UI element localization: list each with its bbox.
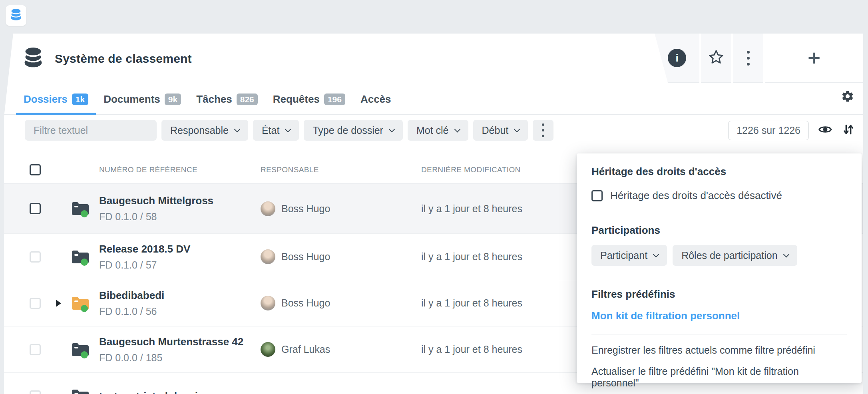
dropdown-label: Participant bbox=[600, 250, 647, 261]
gear-icon bbox=[841, 98, 854, 104]
tab-badge: 1k bbox=[72, 94, 88, 105]
responsible-name: Boss Hugo bbox=[281, 297, 330, 309]
status-dot-green bbox=[81, 351, 88, 358]
kebab-icon bbox=[542, 123, 544, 137]
tab-acces[interactable]: Accès bbox=[353, 84, 399, 114]
dossier-title[interactable]: Baugesuch Mittelgross bbox=[99, 195, 257, 207]
column-header-reference[interactable]: NUMÉRO DE RÉFÉRENCE bbox=[99, 165, 257, 174]
tab-label: Accès bbox=[360, 93, 391, 105]
chevron-down-icon bbox=[653, 251, 659, 257]
add-button[interactable]: + bbox=[765, 34, 863, 83]
status-dot-green bbox=[81, 210, 88, 217]
access-inheritance-checkbox[interactable] bbox=[591, 190, 603, 201]
tab-requetes[interactable]: Requêtes 196 bbox=[265, 84, 353, 114]
section-heading-presets: Filtres prédéfinis bbox=[591, 288, 847, 300]
more-filters-button[interactable] bbox=[533, 120, 553, 141]
chevron-down-icon bbox=[285, 126, 291, 132]
filter-responsable[interactable]: Responsable bbox=[161, 120, 248, 141]
row-checkbox[interactable] bbox=[30, 203, 41, 214]
visibility-button[interactable] bbox=[818, 122, 833, 139]
database-icon bbox=[9, 8, 23, 23]
column-header-responsable[interactable]: RESPONSABLE bbox=[257, 165, 418, 174]
page-title: Système de classement bbox=[55, 52, 192, 66]
chevron-down-icon bbox=[234, 126, 241, 132]
tab-label: Tâches bbox=[196, 93, 232, 105]
divider bbox=[591, 278, 847, 278]
sort-button[interactable] bbox=[842, 123, 855, 138]
tab-label: Documents bbox=[104, 93, 160, 105]
filter-label: Mot clé bbox=[416, 125, 449, 136]
filter-mot-cle[interactable]: Mot clé bbox=[408, 120, 468, 141]
participant-dropdown[interactable]: Participant bbox=[591, 245, 667, 266]
select-all-checkbox[interactable] bbox=[30, 164, 41, 175]
settings-button[interactable] bbox=[841, 90, 854, 105]
row-checkbox[interactable] bbox=[30, 251, 41, 263]
plus-icon: + bbox=[808, 47, 821, 69]
dossier-reference: FD 0.1.0 / 58 bbox=[99, 211, 257, 223]
tab-badge: 826 bbox=[237, 94, 258, 105]
status-dot-green bbox=[81, 305, 88, 312]
more-filters-panel: Héritage des droits d'accès Héritage des… bbox=[577, 153, 862, 383]
checkbox-label[interactable]: Héritage des droits d'accès désactivé bbox=[610, 189, 782, 202]
tab-label: Requêtes bbox=[273, 93, 320, 105]
divider bbox=[591, 214, 847, 214]
row-checkbox[interactable] bbox=[30, 298, 41, 309]
info-button[interactable]: i bbox=[655, 34, 699, 83]
dossier-reference: FD 0.1.0 / 56 bbox=[99, 306, 257, 317]
participation-roles-dropdown[interactable]: Rôles de participation bbox=[673, 245, 797, 266]
dossier-folder-icon[interactable] bbox=[71, 249, 90, 265]
info-icon: i bbox=[668, 49, 686, 67]
preset-link[interactable]: Mon kit de filtration personnel bbox=[591, 310, 847, 322]
responsible-name: Graf Lukas bbox=[281, 344, 330, 355]
row-checkbox[interactable] bbox=[30, 390, 41, 394]
filter-type-dossier[interactable]: Type de dossier bbox=[304, 120, 403, 141]
status-dot-green bbox=[81, 259, 88, 266]
section-heading-access: Héritage des droits d'accès bbox=[591, 165, 847, 178]
dossier-title[interactable]: Baugesuch Murtenstrasse 42 bbox=[99, 336, 257, 348]
filter-label: Début bbox=[482, 125, 509, 136]
filter-debut[interactable]: Début bbox=[473, 120, 528, 141]
divider bbox=[591, 334, 847, 334]
filter-etat[interactable]: État bbox=[253, 120, 299, 141]
dossier-folder-icon[interactable] bbox=[71, 341, 90, 358]
favorite-button[interactable] bbox=[701, 34, 731, 83]
sort-icon bbox=[842, 123, 855, 138]
row-checkbox[interactable] bbox=[30, 344, 41, 355]
chevron-down-icon bbox=[389, 126, 395, 132]
expand-arrow-icon[interactable] bbox=[56, 300, 61, 307]
result-count: 1226 sur 1226 bbox=[728, 121, 809, 140]
chevron-down-icon bbox=[454, 126, 460, 132]
menu-item-update-preset[interactable]: Actualiser le filtre prédéfini "Mon kit … bbox=[591, 366, 847, 389]
dossier-reference: FD 0.0.0 / 185 bbox=[99, 352, 257, 364]
tab-badge: 9k bbox=[165, 94, 181, 105]
filter-bar-right: 1226 sur 1226 bbox=[728, 120, 855, 141]
tab-badge: 196 bbox=[324, 94, 345, 105]
repository-database-icon bbox=[22, 46, 44, 72]
tab-bar: Dossiers 1k Documents 9k Tâches 826 Requ… bbox=[4, 84, 863, 115]
app-logo[interactable] bbox=[6, 5, 26, 26]
avatar bbox=[261, 342, 275, 357]
tab-documents[interactable]: Documents 9k bbox=[96, 84, 189, 114]
main-card: Système de classement i + Dossiers 1k Do… bbox=[4, 34, 863, 394]
dossier-title[interactable]: Release 2018.5 DV bbox=[99, 243, 257, 255]
chevron-down-icon bbox=[514, 126, 520, 132]
tab-taches[interactable]: Tâches 826 bbox=[189, 84, 265, 114]
dossier-title[interactable]: Bibedibabedi bbox=[99, 289, 257, 302]
filter-label: Responsable bbox=[170, 125, 229, 136]
top-bar bbox=[0, 0, 868, 32]
filter-label: Type de dossier bbox=[313, 125, 383, 136]
text-filter-input[interactable] bbox=[25, 120, 157, 141]
dossier-folder-icon[interactable] bbox=[71, 200, 90, 217]
tab-dossiers[interactable]: Dossiers 1k bbox=[16, 84, 96, 114]
section-heading-participations: Participations bbox=[591, 224, 847, 237]
responsible-name: Boss Hugo bbox=[281, 251, 330, 263]
more-actions-button[interactable] bbox=[733, 34, 763, 83]
dossier-folder-icon[interactable] bbox=[71, 295, 90, 312]
dossier-folder-icon[interactable] bbox=[71, 388, 90, 394]
dossier-reference: FD 0.1.0 / 57 bbox=[99, 259, 257, 271]
menu-item-save-preset[interactable]: Enregistrer les filtres actuels comme fi… bbox=[591, 344, 847, 356]
avatar bbox=[261, 249, 275, 264]
avatar bbox=[261, 201, 275, 216]
dossier-title[interactable]: test restricted dossier bbox=[99, 390, 257, 394]
tab-label: Dossiers bbox=[24, 93, 68, 105]
